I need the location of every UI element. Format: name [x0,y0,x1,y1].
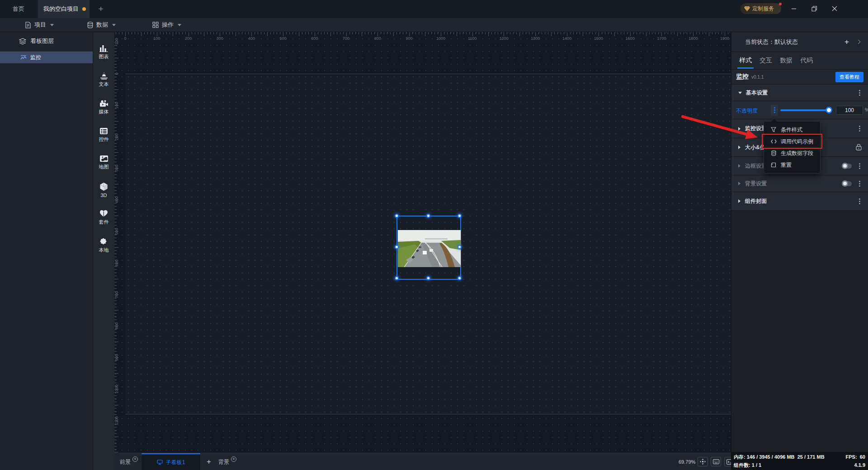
shortcut-keys-button[interactable] [711,457,721,466]
opacity-value-input[interactable]: 100 [836,106,863,115]
resize-handle-se[interactable] [458,276,462,280]
layer-item-monitor[interactable]: 监控 [0,52,93,63]
close-icon [832,6,837,11]
lock-icon[interactable] [856,144,862,150]
caret-right-icon [738,146,741,149]
resize-handle-ne[interactable] [458,214,462,218]
strip-label: 地图 [99,164,109,170]
strip-item-widgets[interactable]: 控件 [93,121,114,149]
kebab-menu-icon[interactable] [859,183,860,184]
notification-dot-icon [779,3,782,5]
kebab-menu-icon[interactable] [859,128,860,129]
add-circle-icon[interactable]: + [132,456,138,462]
resize-handle-w[interactable] [395,245,399,249]
kebab-menu-icon[interactable] [859,201,860,202]
close-button[interactable] [827,0,842,17]
strip-item-local[interactable]: 本地 [93,231,114,259]
menu-project[interactable]: 项目 [25,18,54,32]
tab-data[interactable]: 数据 [779,52,793,69]
strip-item-kits[interactable]: 套件 [93,204,114,231]
layers-icon [19,38,26,45]
strip-item-maps[interactable]: 地图 [93,149,114,176]
chevron-down-icon [112,24,116,26]
ruler-label: 600 [114,254,120,272]
ruler-label: 1700 [652,36,670,41]
ruler-label: 900 [400,36,418,41]
section-basic-settings[interactable]: 基本设置 [731,85,868,101]
maximize-button[interactable] [807,0,822,17]
ruler-label: 1200 [495,36,513,41]
menu-item-generate-data-field[interactable]: 生成数据字段 [764,147,820,159]
layers-panel-header: 看板图层 [0,32,93,50]
caret-right-icon [738,127,741,131]
minimize-button[interactable] [786,0,802,17]
document-icon [25,22,31,28]
chevron-down-icon [178,24,181,26]
plus-icon: + [98,4,103,14]
add-state-button[interactable]: + [844,38,849,47]
tutorial-button[interactable]: 查看教程 [835,72,863,82]
component-category-strip: 图表 文本 媒体 控件 地图 3D 套件 本地 [93,32,114,470]
chevron-right-icon[interactable] [856,40,861,44]
resize-handle-e[interactable] [458,245,462,249]
subboard-tab[interactable]: 子看板1 [142,453,200,470]
design-canvas[interactable]: 0100200300400500600700800900100011001200… [114,32,731,453]
strip-label: 媒体 [99,108,109,115]
kebab-menu-icon[interactable] [859,92,860,94]
layers-header-label: 看板图层 [30,37,54,45]
foreground-button[interactable]: 前景 + [120,453,138,470]
resize-handle-sw[interactable] [395,276,399,280]
opacity-slider-knob[interactable] [826,107,832,113]
background-button[interactable]: 背景 + [218,453,236,470]
tab-interaction[interactable]: 交互 [759,52,773,69]
titlebar: 首页 我的空白项目 + 定制服务 [0,0,868,18]
current-state-row: 当前状态：默认状态 + [731,32,868,52]
new-tab-button[interactable]: + [93,0,108,18]
ruler-label: 200 [179,36,198,41]
border-toggle-off[interactable] [842,164,852,169]
ruler-label: 1900 [716,36,731,41]
section-background-settings[interactable]: 背景设置 [731,175,868,192]
opacity-options-button[interactable] [771,105,778,116]
menu-operations-label: 操作 [162,21,174,29]
menu-item-reset[interactable]: 重置 [764,159,820,171]
background-toggle-off[interactable] [842,181,852,186]
add-board-button[interactable]: + [203,453,215,470]
monitor-video-frame[interactable] [398,230,461,267]
opacity-slider[interactable] [780,109,831,111]
kebab-menu-icon[interactable] [859,165,860,167]
menu-item-label: 条件样式 [781,126,802,134]
strip-item-3d[interactable]: 3D [93,176,114,204]
strip-item-text[interactable]: 文本 [93,66,114,94]
chevron-down-icon [50,24,54,26]
custom-service-badge[interactable]: 定制服务 [741,3,781,14]
zoom-level-value: 69.79% [679,459,695,465]
tab-home[interactable]: 首页 [0,0,37,18]
zoom-level[interactable]: 69.79% [679,453,695,470]
strip-item-charts[interactable]: 图表 [93,38,114,66]
funnel-icon [770,127,777,132]
tab-project-active[interactable]: 我的空白项目 [38,0,90,18]
menu-data[interactable]: 数据 [87,18,116,32]
memory-value: 146 / 3945 / 4096 MB [747,454,795,460]
components-label: 组件数: [734,462,750,469]
tab-style[interactable]: 样式 [738,52,753,69]
menu-operations[interactable]: 操作 [152,18,181,32]
resize-handle-n[interactable] [426,214,430,218]
section-component-cover[interactable]: 组件封面 [731,192,868,211]
resize-handle-nw[interactable] [395,214,399,218]
widget-icon [99,127,108,135]
resize-handle-s[interactable] [426,276,430,280]
strip-item-media[interactable]: 媒体 [93,94,114,121]
ruler-label: 400 [114,191,120,209]
menu-item-label: 生成数据字段 [781,150,813,157]
tab-code[interactable]: 代码 [799,52,814,69]
caret-right-icon [738,164,741,168]
memory-label: 内存: [734,454,745,461]
subboard-tab-label: 子看板1 [166,459,185,466]
ruler-vertical: -100010020030040050060070080090010001100 [114,42,125,453]
monitor-component-selection[interactable] [396,216,461,280]
ruler-label: 800 [368,36,387,41]
fit-view-button[interactable] [698,457,708,466]
add-circle-icon[interactable]: + [231,456,236,462]
